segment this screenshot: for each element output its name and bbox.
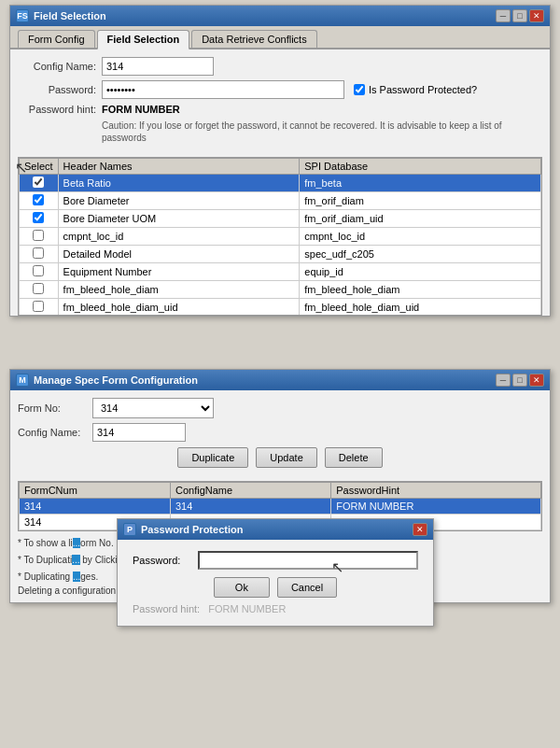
row-checkbox[interactable] [33, 230, 44, 241]
field-selection-form: Config Name: Password: Is Password Prote… [10, 49, 550, 157]
field-selection-window: FS Field Selection ─ □ ✕ Form Config Fie… [9, 5, 551, 317]
row-checkbox[interactable] [33, 176, 44, 188]
config-name-label: Config Name: [18, 61, 102, 72]
config-name-input[interactable] [102, 57, 214, 76]
tab-bar: Form Config Field Selection Data Retriev… [10, 26, 550, 49]
close-button[interactable]: ✕ [529, 9, 544, 22]
manage-col-formcnum: FormCNum [20, 483, 171, 499]
field-selection-title: Field Selection [34, 10, 106, 21]
minimize-button[interactable]: ─ [496, 9, 511, 22]
manage-spec-title: Manage Spec Form Configuration [34, 374, 198, 386]
manage-spec-icon: M [16, 374, 29, 387]
password-hint-value: FORM NUMBER [102, 104, 180, 115]
form-no-dropdown[interactable]: 314 [92, 398, 214, 418]
row-formcnum: 314 [20, 499, 171, 515]
table-row[interactable]: Bore Diameterfm_orif_diam [20, 192, 541, 210]
row-checkbox[interactable] [33, 247, 44, 259]
ok-button[interactable]: Ok [214, 577, 270, 598]
is-password-protected-text: Is Password Protected? [369, 84, 477, 95]
password-field-input[interactable] [198, 551, 418, 570]
pwd-label: Password: [133, 555, 198, 566]
row-header-name: Bore Diameter [58, 192, 300, 210]
row-spi-database: spec_udf_c205 [300, 246, 541, 263]
password-protection-dialog: P Password Protection ✕ Password: Ok Can… [117, 518, 434, 627]
manage-config-name-label: Config Name: [18, 427, 92, 438]
row-checkbox[interactable] [33, 283, 44, 294]
manage-maximize-button[interactable]: □ [512, 374, 527, 387]
row-header-name: fm_bleed_hole_diam_uid [58, 299, 300, 317]
pwd-hint-value: FORM NUMBER [208, 603, 286, 614]
row-passwordhint: FORM NUMBER [331, 499, 541, 515]
table-row[interactable]: Beta Ratiofm_beta [20, 175, 541, 192]
password-input[interactable] [102, 80, 344, 99]
manage-col-passwordhint: PasswordHint [331, 483, 541, 499]
field-selection-titlebar: FS Field Selection ─ □ ✕ [10, 6, 550, 26]
row-header-name: Equipment Number [58, 263, 300, 281]
config-name-row: Config Name: [18, 57, 542, 76]
table-row[interactable]: fm_bleed_hole_diam_uidfm_bleed_hole_diam… [20, 299, 541, 317]
tab-form-config[interactable]: Form Config [18, 30, 95, 48]
field-selection-icon: FS [16, 9, 29, 22]
manage-config-name-row: Config Name: [18, 423, 542, 442]
pwd-hint-label: Password hint: [133, 603, 200, 614]
col-select: Select [20, 159, 59, 175]
password-hint-label: Password hint: [18, 104, 102, 115]
row-header-name: Bore Diameter UOM [58, 210, 300, 228]
manage-minimize-button[interactable]: ─ [496, 374, 511, 387]
table-row[interactable]: fm_bleed_hole_diamfm_bleed_hole_diam [20, 281, 541, 299]
manage-spec-titlebar: M Manage Spec Form Configuration ─ □ ✕ [10, 370, 550, 390]
duplicate-button[interactable]: Duplicate [177, 447, 248, 468]
row-spi-database: fm_orif_diam [300, 192, 541, 210]
password-dialog-buttons: Ok Cancel [133, 577, 418, 598]
is-password-protected-label: Is Password Protected? [354, 84, 477, 95]
password-row: Password: Is Password Protected? [18, 80, 542, 99]
manage-close-button[interactable]: ✕ [529, 374, 544, 387]
caution-text: Caution: If you lose or forget the passw… [102, 120, 542, 144]
manage-col-configname: ConfigName [171, 483, 331, 499]
cancel-button[interactable]: Cancel [277, 577, 337, 598]
row-spi-database: cmpnt_loc_id [300, 228, 541, 246]
form-no-label: Form No: [18, 402, 92, 414]
row-header-name: Detailed Model [58, 246, 300, 263]
row-checkbox[interactable] [33, 194, 44, 205]
row-header-name: Beta Ratio [58, 175, 300, 192]
row-spi-database: fm_beta [300, 175, 541, 192]
password-hint-row: Password hint: FORM NUMBER [133, 603, 418, 614]
table-row[interactable]: Bore Diameter UOMfm_orif_diam_uid [20, 210, 541, 228]
row-spi-database: fm_orif_diam_uid [300, 210, 541, 228]
password-field-row: Password: [133, 551, 418, 570]
col-header-names: Header Names [58, 159, 300, 175]
row-configname: 314 [171, 499, 331, 515]
password-titlebar: P Password Protection ✕ [118, 519, 433, 540]
row-checkbox[interactable] [33, 301, 44, 312]
maximize-button[interactable]: □ [512, 9, 527, 22]
table-row[interactable]: 314314FORM NUMBER [20, 499, 541, 515]
manage-config-name-input[interactable] [92, 423, 186, 442]
row-header-name: cmpnt_loc_id [58, 228, 300, 246]
password-label: Password: [18, 84, 102, 95]
update-button[interactable]: Update [256, 447, 316, 468]
delete-button[interactable]: Delete [325, 447, 383, 468]
row-header-name: fm_bleed_hole_diam [58, 281, 300, 299]
form-no-row: Form No: 314 [18, 398, 542, 418]
password-close-button[interactable]: ✕ [413, 523, 427, 536]
password-dialog-title: Password Protection [141, 524, 243, 535]
tab-field-selection[interactable]: Field Selection [97, 30, 190, 49]
table-row[interactable]: Equipment Numberequip_id [20, 263, 541, 281]
field-selection-table-wrapper: Select Header Names SPI Database Beta Ra… [18, 157, 542, 316]
row-checkbox[interactable] [33, 265, 44, 276]
field-selection-table: Select Header Names SPI Database Beta Ra… [19, 158, 541, 316]
password-icon: P [123, 523, 136, 536]
table-row[interactable]: Detailed Modelspec_udf_c205 [20, 246, 541, 263]
password-dialog-content: Password: Ok Cancel Password hint: FORM … [118, 540, 433, 626]
manage-buttons: Duplicate Update Delete [18, 447, 542, 468]
col-spi-database: SPI Database [300, 159, 541, 175]
tab-data-retrieve-conflicts[interactable]: Data Retrieve Conflicts [191, 30, 317, 48]
password-hint-row: Password hint: FORM NUMBER [18, 104, 542, 115]
table-row[interactable]: cmpnt_loc_idcmpnt_loc_id [20, 228, 541, 246]
is-password-protected-checkbox[interactable] [354, 84, 365, 95]
row-spi-database: fm_bleed_hole_diam [300, 281, 541, 299]
row-checkbox[interactable] [33, 212, 44, 223]
form-no-dropdown-wrapper: 314 [92, 398, 214, 418]
manage-spec-form: Form No: 314 Config Name: Duplicate Upda… [10, 390, 550, 481]
